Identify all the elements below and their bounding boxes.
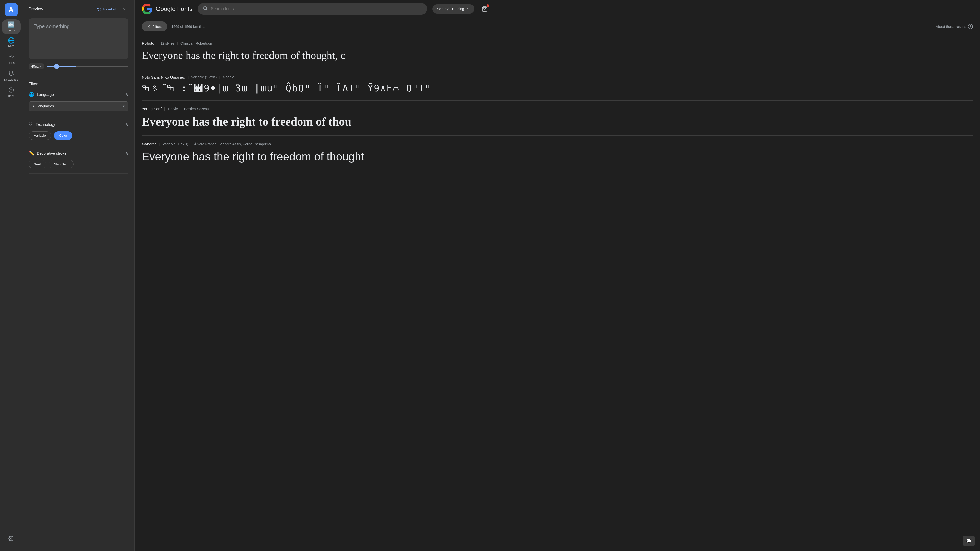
sort-button[interactable]: Sort by: Trending: [432, 4, 474, 14]
main-content: Google Fonts Sort by: Trending ✕: [135, 0, 980, 551]
size-control: 40px ▾: [29, 63, 128, 76]
font-author: Google: [223, 75, 234, 79]
filter-heading: Filter: [29, 82, 128, 86]
sidebar-item-label: Knowledge: [4, 78, 18, 81]
slab-serif-stroke-button[interactable]: Slab Serif: [49, 160, 74, 168]
font-author: Álvaro Franca, Leandro Assis, Felipe Cas…: [194, 142, 271, 146]
font-name: Roboto: [142, 41, 154, 45]
panel-actions: Reset all ×: [95, 5, 128, 13]
panel-title: Preview: [29, 7, 43, 11]
size-value: 40px: [31, 64, 39, 68]
technology-filter-title: Technology: [29, 121, 55, 127]
about-results-button[interactable]: About these results i: [935, 24, 973, 29]
families-count: 1569 of 1569 families: [171, 24, 205, 29]
variable-tech-button[interactable]: Variable: [29, 131, 51, 140]
technology-chevron-icon: ∧: [125, 122, 128, 127]
font-styles: 12 styles: [160, 41, 174, 45]
font-card-meta: Gabarito | Variable (1 axis) | Álvaro Fr…: [142, 142, 973, 146]
font-preview[interactable]: Everyone has the right to freedom of tho…: [142, 149, 973, 164]
sidebar-item-label: Fonts: [8, 29, 15, 32]
filters-close-icon: ✕: [147, 24, 150, 29]
sidebar-logo[interactable]: A: [5, 3, 18, 16]
language-filter-header[interactable]: 🌐 Language ∧: [29, 92, 128, 97]
color-tech-button[interactable]: Color: [54, 131, 73, 140]
serif-stroke-button[interactable]: Serif: [29, 160, 46, 168]
svg-point-0: [11, 56, 12, 57]
search-input[interactable]: [211, 6, 422, 11]
font-name: Noto Sans N'Ko Unjoined: [142, 75, 185, 79]
language-dropdown[interactable]: All languages ▾: [29, 101, 128, 111]
font-name: Gabarito: [142, 142, 157, 146]
font-card-gabarito: Gabarito | Variable (1 axis) | Álvaro Fr…: [142, 136, 973, 170]
sidebar-item-fonts[interactable]: 🔤 Fonts: [2, 19, 21, 34]
sidebar: A 🔤 Fonts 🌐 Noto Icons Knowledge: [0, 0, 22, 551]
font-styles: Variable (1 axis): [191, 75, 217, 79]
sidebar-item-settings[interactable]: [2, 533, 21, 545]
filters-chip-button[interactable]: ✕ Filters: [142, 21, 167, 32]
sidebar-item-icons[interactable]: Icons: [2, 51, 21, 67]
font-card-nko: Noto Sans N'Ko Unjoined | Variable (1 ax…: [142, 69, 973, 101]
font-card-meta: Young Serif | 1 style | Bastien Sozeau: [142, 106, 973, 111]
sidebar-settings: [2, 530, 21, 548]
icons-icon: [8, 54, 14, 60]
info-icon: i: [968, 24, 973, 29]
filters-chip-label: Filters: [152, 24, 162, 29]
font-preview[interactable]: Everyone has the right to freedom of tho…: [142, 48, 973, 62]
language-chevron-icon: ∧: [125, 92, 128, 97]
technology-buttons: Variable Color: [29, 131, 128, 140]
stroke-icon: ✏️: [29, 150, 34, 156]
font-card-meta: Noto Sans N'Ko Unjoined | Variable (1 ax…: [142, 75, 973, 79]
logo-letter: A: [9, 6, 14, 14]
sidebar-item-label: Icons: [8, 61, 14, 64]
faq-icon: [8, 87, 14, 94]
font-preview[interactable]: Everyone has the right to freedom of tho…: [142, 114, 973, 129]
panel-header: Preview Reset all ×: [29, 5, 128, 13]
language-filter-section: 🌐 Language ∧ All languages ▾: [29, 92, 128, 116]
language-icon: 🌐: [29, 92, 34, 97]
top-bar: Google Fonts Sort by: Trending: [135, 0, 980, 18]
decorative-stroke-header[interactable]: ✏️ Decorative stroke ∧: [29, 150, 128, 156]
knowledge-icon: [8, 70, 14, 77]
sidebar-item-noto[interactable]: 🌐 Noto: [2, 35, 21, 50]
cart-icon: [482, 6, 488, 12]
decorative-stroke-title: ✏️ Decorative stroke: [29, 150, 67, 156]
font-styles: 1 style: [168, 107, 178, 111]
settings-icon: [8, 536, 14, 542]
size-display[interactable]: 40px ▾: [29, 63, 44, 69]
sidebar-item-faq[interactable]: FAQ: [2, 85, 21, 100]
fonts-icon: 🔤: [8, 22, 14, 27]
filter-bar: ✕ Filters 1569 of 1569 families About th…: [135, 18, 980, 35]
size-slider[interactable]: [47, 66, 128, 67]
decorative-stroke-filter-section: ✏️ Decorative stroke ∧ Serif Slab Serif: [29, 150, 128, 174]
sidebar-item-label: Noto: [8, 44, 14, 48]
sidebar-item-label: FAQ: [8, 95, 14, 98]
feedback-button[interactable]: 💬: [963, 536, 975, 546]
noto-icon: 🌐: [8, 38, 14, 43]
language-label: Language: [37, 92, 54, 97]
language-selected: All languages: [32, 104, 54, 108]
technology-filter-header[interactable]: Technology ∧: [29, 121, 128, 127]
font-card-roboto: Roboto | 12 styles | Christian Robertson…: [142, 35, 973, 69]
logo-area[interactable]: Google Fonts: [142, 3, 192, 14]
sort-chevron-icon: [466, 7, 470, 11]
font-preview[interactable]: ߒ꯴ ߒ̃ : ̃꯽9♦|ɯ ̄3ɯ |ɯuᴴ Q̂bQᴴ Ĩᴴ ĨΔIᴴ Ȳ9…: [142, 83, 973, 94]
close-panel-button[interactable]: ×: [120, 5, 128, 13]
preview-textarea[interactable]: [29, 18, 128, 59]
stroke-chevron-icon: ∧: [125, 150, 128, 156]
technology-icon: [29, 121, 33, 127]
stroke-buttons: Serif Slab Serif: [29, 160, 128, 168]
cart-button[interactable]: [479, 4, 490, 14]
technology-filter-section: Technology ∧ Variable Color: [29, 121, 128, 145]
search-bar: [197, 3, 427, 14]
reset-all-button[interactable]: Reset all: [95, 6, 118, 12]
font-styles: Variable (1 axis): [162, 142, 188, 146]
sidebar-item-knowledge[interactable]: Knowledge: [2, 68, 21, 84]
logo-text: Google Fonts: [156, 5, 192, 13]
google-logo-icon: [142, 3, 153, 14]
svg-point-1: [9, 88, 13, 92]
svg-line-4: [206, 9, 207, 10]
font-card-young-serif: Young Serif | 1 style | Bastien Sozeau E…: [142, 100, 973, 136]
search-icon: [203, 6, 208, 12]
cart-badge: [487, 4, 489, 7]
font-author: Christian Robertson: [180, 41, 212, 45]
